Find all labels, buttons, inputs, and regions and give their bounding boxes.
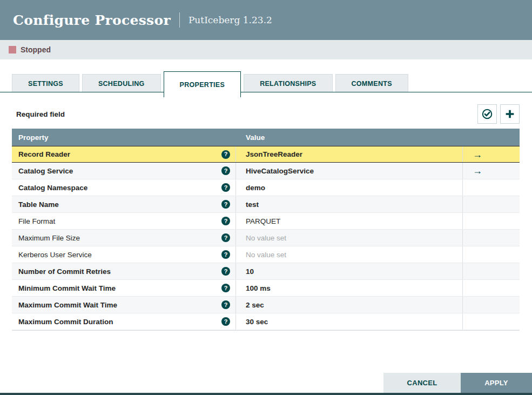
property-value: PARQUET [246,217,280,225]
help-icon[interactable]: ? [221,217,230,225]
tab-properties[interactable]: PROPERTIES [164,71,241,97]
help-icon[interactable]: ? [221,233,230,242]
property-value: No value set [246,234,286,242]
table-row[interactable]: Number of Commit Retries ? 10 [12,263,520,280]
property-cell: Maximum Commit Duration ? [12,313,236,330]
tab-relationships[interactable]: RELATIONSHIPS [244,74,332,92]
property-name: Catalog Service [18,167,73,175]
help-icon[interactable]: ? [221,300,230,309]
goto-cell: → [463,163,520,179]
property-name: Maximum Commit Duration [18,318,113,326]
apply-button[interactable]: APPLY [461,373,532,393]
help-icon[interactable]: ? [221,166,230,175]
add-property-button[interactable] [500,104,520,124]
property-name: Record Reader [18,150,70,158]
help-icon[interactable]: ? [221,250,230,259]
value-cell[interactable]: 2 sec [236,297,463,313]
property-value: 100 ms [246,284,271,292]
property-value: HiveCatalogService [246,167,314,175]
dialog-title: Configure Processor [13,12,171,28]
cancel-button[interactable]: CANCEL [383,373,461,393]
value-cell[interactable]: 100 ms [236,280,463,296]
table-row[interactable]: Table Name ? test [12,196,520,213]
status-label: Stopped [21,45,51,54]
property-value: JsonTreeReader [246,150,302,158]
stopped-status-icon [9,46,16,53]
value-cell[interactable]: test [236,196,463,212]
property-cell: Maximum Commit Wait Time ? [12,297,236,313]
value-cell[interactable]: JsonTreeReader [236,146,463,162]
help-icon[interactable]: ? [221,317,230,326]
goto-cell [463,280,520,296]
property-name: Maximum Commit Wait Time [18,301,117,309]
property-cell: Kerberos User Service ? [12,246,236,263]
table-header: Property Value [12,129,520,146]
value-cell[interactable]: demo [236,179,463,196]
property-name: Kerberos User Service [18,251,92,259]
check-circle-icon [481,108,493,120]
goto-cell [463,313,520,330]
plus-icon [504,108,516,120]
value-cell[interactable]: PARQUET [236,213,463,229]
goto-cell [463,179,520,196]
property-value: test [246,200,259,209]
help-icon[interactable]: ? [221,200,230,209]
dialog-bottom-edge [0,393,532,395]
help-icon[interactable]: ? [221,284,230,292]
goto-service-icon[interactable]: → [473,166,482,176]
property-cell: Record Reader ? [12,146,236,162]
property-value: demo [246,184,265,192]
goto-cell [463,263,520,279]
value-cell[interactable]: No value set [236,230,463,246]
property-cell: Minimum Commit Wait Time ? [12,280,236,296]
help-icon[interactable]: ? [221,267,230,276]
goto-cell [463,213,520,229]
table-row[interactable]: Minimum Commit Wait Time ? 100 ms [12,280,520,297]
table-row[interactable]: File Format ? PARQUET [12,213,520,230]
value-cell[interactable]: 10 [236,263,463,279]
tab-scheduling[interactable]: SCHEDULING [82,74,161,92]
dialog-header: Configure Processor PutIceberg 1.23.2 [0,0,532,40]
property-name: Minimum Commit Wait Time [18,284,116,292]
properties-toolbar: Required field [16,104,520,124]
table-body: Record Reader ? JsonTreeReader → Catalog… [12,146,520,330]
table-row[interactable]: Maximum File Size ? No value set [12,230,520,246]
tab-settings[interactable]: SETTINGS [12,74,79,92]
help-icon[interactable]: ? [221,150,230,159]
table-row[interactable]: Kerberos User Service ? No value set [12,246,520,263]
tab-label: SETTINGS [28,80,63,88]
tab-label: COMMENTS [352,80,392,88]
property-value: 30 sec [246,318,268,326]
verify-properties-button[interactable] [477,104,497,124]
column-header-property: Property [12,133,236,142]
tab-bar: SETTINGS SCHEDULING PROPERTIES RELATIONS… [0,71,532,97]
title-divider [179,12,180,28]
property-value: No value set [246,251,286,259]
dialog-footer: CANCEL APPLY [383,373,532,393]
table-row[interactable]: Catalog Service ? HiveCatalogService → [12,163,520,179]
value-cell[interactable]: No value set [236,246,463,263]
tab-baseline [0,92,532,92]
table-row[interactable]: Record Reader ? JsonTreeReader → [12,146,520,163]
tab-comments[interactable]: COMMENTS [335,74,408,92]
goto-service-icon[interactable]: → [473,150,482,159]
status-bar: Stopped [0,40,532,59]
processor-name-version: PutIceberg 1.23.2 [188,15,272,25]
property-name: Table Name [18,200,59,209]
table-row[interactable]: Catalog Namespace ? demo [12,179,520,196]
goto-cell [463,196,520,212]
value-cell[interactable]: 30 sec [236,313,463,330]
property-value: 2 sec [246,301,264,309]
property-cell: Catalog Namespace ? [12,179,236,196]
value-cell[interactable]: HiveCatalogService [236,163,463,179]
tab-label: PROPERTIES [180,81,225,89]
tab-label: SCHEDULING [98,80,145,88]
properties-table: Property Value Record Reader ? JsonTreeR… [12,129,520,331]
property-cell: Maximum File Size ? [12,230,236,246]
goto-cell: → [463,146,520,162]
table-row[interactable]: Maximum Commit Wait Time ? 2 sec [12,297,520,313]
property-name: Maximum File Size [18,234,80,242]
property-actions [477,104,520,124]
help-icon[interactable]: ? [221,183,230,192]
table-row[interactable]: Maximum Commit Duration ? 30 sec [12,313,520,330]
